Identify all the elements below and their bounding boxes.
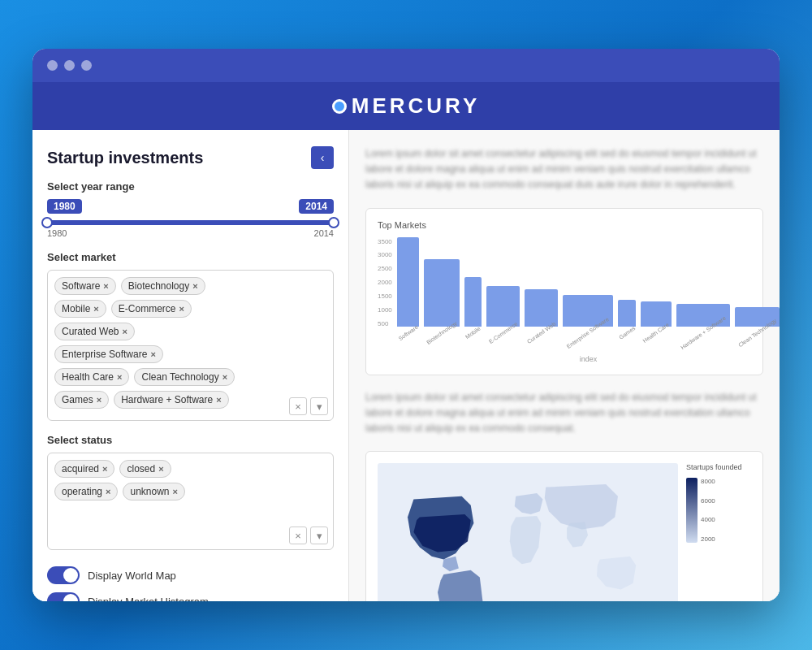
market-tags-row-4: Enterprise Software × (54, 345, 326, 363)
status-label: Select status (47, 434, 334, 446)
browser-body: Startup investments ‹ Select year range … (32, 130, 780, 601)
legend-mid: 4000 (701, 516, 715, 523)
tag-hardware: Hardware + Software × (114, 391, 229, 409)
status-tags-expand[interactable]: ▾ (310, 526, 328, 544)
collapse-button[interactable]: ‹ (311, 146, 334, 169)
logo: MERCURY (332, 93, 480, 119)
chart-title: Top Markets (378, 220, 751, 230)
tag-games-remove[interactable]: × (97, 395, 102, 405)
tag-cleantech: Clean Technology × (134, 368, 235, 386)
bar-label: Games (618, 325, 636, 340)
year-end-labels: 1980 2014 (47, 228, 334, 238)
bar-group-e-commerce: E-Commerce (486, 286, 520, 336)
app-header: MERCURY (32, 82, 780, 130)
year-range-badges: 1980 2014 (47, 199, 334, 214)
main-content: Lorem ipsum dolor sit amet consectetur a… (349, 130, 780, 601)
bar-group-hardware-+-software: Hardware + Software (676, 304, 730, 336)
tag-software: Software × (54, 277, 116, 295)
bar-group-health-care: Health Care (641, 301, 671, 336)
toggle-worldmap-label: Display World Map (88, 570, 176, 582)
bar-chart: SoftwareBiotechnologyMobileE-CommerceCur… (397, 238, 780, 352)
bar-games (618, 300, 637, 327)
tag-operating-remove[interactable]: × (106, 487, 110, 496)
y-label-2000: 2000 (378, 279, 392, 286)
tag-software-remove[interactable]: × (103, 281, 108, 291)
tag-games: Games × (54, 391, 109, 409)
bar-group-software: Software (397, 237, 420, 336)
tag-closed: closed × (119, 460, 171, 478)
toggle-histogram-label: Display Market Histogram (88, 596, 209, 602)
tag-cleantech-remove[interactable]: × (222, 372, 227, 382)
toggle-histogram-row: Display Market Histogram (47, 592, 334, 601)
tag-unknown: unknown × (123, 483, 184, 500)
year-min-label: 1980 (47, 228, 67, 238)
bar-group-biotechnology: Biotechnology (424, 259, 460, 336)
market-label: Select market (47, 251, 334, 263)
slider-thumb-right[interactable] (328, 217, 339, 228)
tag-biotechnology-remove[interactable]: × (192, 281, 197, 291)
browser-window: MERCURY Startup investments ‹ Select yea… (32, 49, 780, 601)
legend-mid-high: 6000 (701, 497, 715, 505)
y-label-3500: 3500 (378, 238, 392, 245)
bar-group-mobile: Mobile (464, 277, 482, 336)
toggle-worldmap[interactable] (47, 566, 80, 584)
map-section: Startups founded 8000 6000 4000 2000 (365, 451, 763, 601)
year-range-label: Select year range (47, 180, 334, 193)
bar-mobile (464, 277, 482, 327)
status-tags-controls: × ▾ (289, 526, 328, 544)
tag-closed-remove[interactable]: × (158, 464, 163, 474)
year-end-badge: 2014 (299, 199, 334, 214)
sidebar-title: Startup investments (47, 149, 203, 167)
toggle-histogram-knob (63, 594, 78, 601)
legend-color-bar (686, 478, 698, 543)
world-map-svg (378, 463, 678, 601)
toggle-worldmap-knob (63, 568, 78, 583)
logo-text: MERCURY (352, 93, 480, 119)
year-range-section: Select year range 1980 2014 1980 2014 (47, 180, 334, 238)
y-label-500: 500 (378, 320, 392, 327)
bar-group-curated-web: Curated Web (525, 289, 558, 336)
market-tags-row-5: Health Care × Clean Technology × (54, 368, 326, 386)
toggle-histogram[interactable] (47, 592, 80, 601)
browser-chrome (32, 49, 780, 82)
tag-hardware-remove[interactable]: × (216, 395, 221, 405)
status-tags-clear[interactable]: × (289, 526, 307, 544)
slider-fill (47, 220, 334, 225)
blurred-text-1: Lorem ipsum dolor sit amet consectetur a… (365, 146, 763, 193)
tag-ecommerce: E-Commerce × (111, 300, 192, 318)
market-tags-clear[interactable]: × (289, 397, 307, 415)
tag-ecommerce-remove[interactable]: × (179, 304, 184, 314)
tag-healthcare-remove[interactable]: × (117, 372, 122, 382)
market-section: Select market Software × Biotechnology × (47, 251, 334, 421)
toggle-worldmap-row: Display World Map (47, 566, 334, 584)
tag-unknown-remove[interactable]: × (173, 487, 178, 496)
toggle-section: Display World Map Display Market Histogr… (47, 566, 334, 601)
bar-group-enterprise-software: Enterprise Software (563, 295, 612, 336)
legend-min: 2000 (701, 535, 715, 543)
sidebar-title-row: Startup investments ‹ (47, 146, 334, 169)
bar-group-games: Games (618, 300, 637, 336)
tag-healthcare: Health Care × (54, 368, 129, 386)
logo-dot (332, 99, 347, 114)
market-tags-row-1: Software × Biotechnology × (54, 277, 326, 295)
browser-dot-2 (64, 60, 75, 71)
tag-enterprise-remove[interactable]: × (150, 349, 155, 359)
bar-label: Mobile (464, 325, 482, 340)
tag-curatedweb-remove[interactable]: × (122, 327, 127, 336)
tag-acquired-remove[interactable]: × (102, 464, 107, 474)
blurred-text-2: Lorem ipsum dolor sit amet consectetur a… (365, 390, 763, 437)
map-area (378, 463, 678, 601)
y-label-3000: 3000 (378, 251, 392, 258)
year-start-badge: 1980 (47, 199, 82, 214)
market-tags-row-2: Mobile × E-Commerce × (54, 300, 326, 318)
slider-thumb-left[interactable] (41, 217, 53, 228)
y-label-1000: 1000 (378, 306, 392, 314)
year-slider-track[interactable] (47, 220, 334, 225)
tag-mobile: Mobile × (54, 300, 106, 318)
browser-dot-3 (81, 60, 92, 71)
market-tags-row-3: Curated Web × (54, 323, 326, 340)
map-legend: Startups founded 8000 6000 4000 2000 (686, 463, 751, 543)
market-tags-expand[interactable]: ▾ (310, 397, 328, 415)
tag-mobile-remove[interactable]: × (93, 304, 98, 314)
y-label-1500: 1500 (378, 292, 392, 300)
